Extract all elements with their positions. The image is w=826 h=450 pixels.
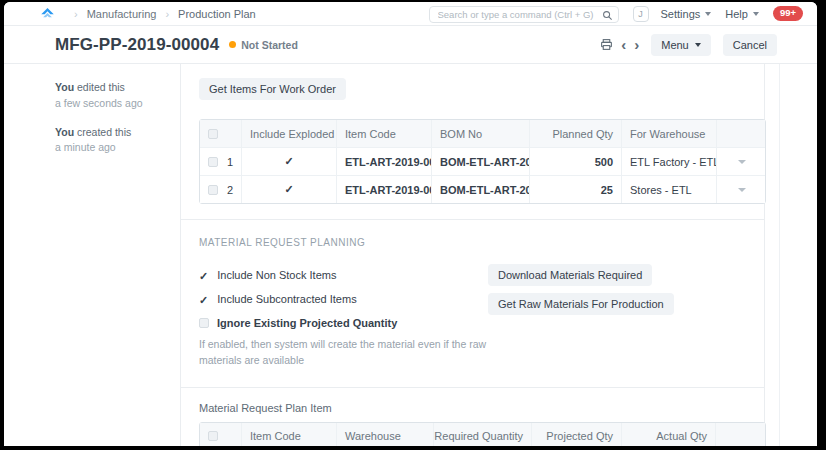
notifications-badge[interactable]: 99+ xyxy=(773,6,803,21)
item-code-cell[interactable]: ETL-ART-2019-00... xyxy=(337,176,432,203)
include-subcontracted-items-checkbox[interactable]: Include Subcontracted Items xyxy=(199,287,488,311)
activity-edited[interactable]: You edited this a few seconds ago xyxy=(55,80,170,112)
row-number: 1 xyxy=(227,156,233,168)
plan-items-table: Item Code Warehouse Required Quantity Pr… xyxy=(199,422,766,447)
row-number: 2 xyxy=(227,184,233,196)
po-items-table: Include Exploded I... Item Code BOM No P… xyxy=(199,119,766,204)
mrp-button-column: Download Materials Required Get Raw Mate… xyxy=(488,263,764,369)
col-bom-no: BOM No xyxy=(432,120,530,147)
section-items: Get Items For Work Order Include Explode… xyxy=(181,64,764,219)
status-text: Not Started xyxy=(241,39,298,51)
menu-button[interactable]: Menu xyxy=(651,34,711,56)
item-code-cell[interactable]: ETL-ART-2019-00... xyxy=(337,148,432,175)
page-body: You edited this a few seconds ago You cr… xyxy=(4,64,817,446)
chevron-down-icon xyxy=(695,43,701,47)
chevron-down-icon xyxy=(705,12,711,16)
checkbox-label: Ignore Existing Projected Quantity xyxy=(217,317,397,329)
page-title: MFG-PP-2019-00004 xyxy=(55,35,219,55)
planned-qty-cell[interactable]: 25 xyxy=(530,176,622,203)
checked-icon xyxy=(199,290,208,308)
activity-action: created this xyxy=(74,126,131,138)
row-expand-icon[interactable] xyxy=(738,188,746,192)
unchecked-checkbox-icon xyxy=(199,318,209,328)
checked-icon xyxy=(199,266,208,284)
breadcrumb-manufacturing[interactable]: Manufacturing xyxy=(87,8,157,20)
get-items-for-work-order-button[interactable]: Get Items For Work Order xyxy=(199,78,346,100)
user-avatar[interactable]: J xyxy=(633,6,649,22)
next-document-icon[interactable]: › xyxy=(634,37,639,52)
row-checkbox[interactable] xyxy=(208,157,218,167)
activity-created[interactable]: You created this a minute ago xyxy=(55,125,170,157)
page-gutter xyxy=(765,64,780,446)
menu-button-label: Menu xyxy=(661,39,689,51)
page-head: MFG-PP-2019-00004 Not Started ‹ › Menu C… xyxy=(4,26,817,64)
select-all-checkbox[interactable] xyxy=(208,129,218,139)
planned-qty-cell[interactable]: 500 xyxy=(530,148,622,175)
ignore-existing-projected-quantity-checkbox[interactable]: Ignore Existing Projected Quantity xyxy=(199,311,488,335)
mrp-checkbox-column: Include Non Stock Items Include Subcontr… xyxy=(199,263,488,369)
activity-time: a minute ago xyxy=(55,140,170,156)
activity-user: You xyxy=(55,126,74,138)
app-window: › Manufacturing › Production Plan J Sett… xyxy=(4,2,817,446)
col-actual-qty: Actual Qty xyxy=(622,423,716,447)
include-non-stock-items-checkbox[interactable]: Include Non Stock Items xyxy=(199,263,488,287)
global-search xyxy=(429,4,619,23)
section-label: MATERIAL REQUEST PLANNING xyxy=(199,237,764,248)
checkbox-label: Include Non Stock Items xyxy=(217,269,336,281)
col-planned-qty: Planned Qty xyxy=(530,120,622,147)
table-row[interactable]: 1 ETL-ART-2019-00... BOM-ETL-ART-201... … xyxy=(200,148,765,176)
page-actions: ‹ › Menu Cancel xyxy=(590,34,777,56)
settings-label: Settings xyxy=(661,8,701,20)
navbar-right: J Settings Help 99+ xyxy=(633,6,804,22)
search-icon xyxy=(602,7,613,25)
section-plan-items: Material Request Plan Item Item Code War… xyxy=(181,388,764,447)
table-header-row: Include Exploded I... Item Code BOM No P… xyxy=(200,120,765,148)
table-header-row: Item Code Warehouse Required Quantity Pr… xyxy=(200,423,765,447)
checked-icon[interactable] xyxy=(284,155,293,168)
checkbox-help-text: If enabled, then system will create the … xyxy=(199,337,488,369)
print-icon[interactable] xyxy=(600,38,613,51)
form-sidebar: You edited this a few seconds ago You cr… xyxy=(4,64,180,446)
navbar: › Manufacturing › Production Plan J Sett… xyxy=(4,2,817,26)
cancel-button[interactable]: Cancel xyxy=(723,34,777,56)
row-checkbox[interactable] xyxy=(208,185,218,195)
table-row[interactable]: 2 ETL-ART-2019-00... BOM-ETL-ART-201... … xyxy=(200,176,765,203)
status-badge: Not Started xyxy=(229,39,298,51)
col-item-code: Item Code xyxy=(242,423,337,447)
bom-no-cell[interactable]: BOM-ETL-ART-201... xyxy=(432,148,530,175)
col-warehouse: Warehouse xyxy=(337,423,434,447)
activity-action: edited this xyxy=(74,81,125,93)
for-warehouse-cell[interactable]: ETL Factory - ETL xyxy=(622,148,717,175)
for-warehouse-cell[interactable]: Stores - ETL xyxy=(622,176,717,203)
col-projected-qty: Projected Qty xyxy=(532,423,622,447)
get-raw-materials-for-production-button[interactable]: Get Raw Materials For Production xyxy=(488,293,674,315)
row-expand-icon[interactable] xyxy=(738,160,746,164)
section-material-request-planning: MATERIAL REQUEST PLANNING Include Non St… xyxy=(181,220,764,387)
settings-menu[interactable]: Settings xyxy=(661,8,712,20)
download-materials-required-button[interactable]: Download Materials Required xyxy=(488,264,652,286)
chevron-down-icon xyxy=(753,12,759,16)
checked-icon[interactable] xyxy=(284,183,293,196)
form-body: Get Items For Work Order Include Explode… xyxy=(180,64,765,446)
bom-no-cell[interactable]: BOM-ETL-ART-201... xyxy=(432,176,530,203)
search-input[interactable] xyxy=(429,6,619,23)
plan-items-label: Material Request Plan Item xyxy=(199,402,764,414)
col-item-code: Item Code xyxy=(337,120,432,147)
scroll-area[interactable] xyxy=(780,64,817,446)
activity-user: You xyxy=(55,81,74,93)
help-menu[interactable]: Help xyxy=(725,8,759,20)
checkbox-label: Include Subcontracted Items xyxy=(217,293,356,305)
col-for-warehouse: For Warehouse xyxy=(622,120,717,147)
col-include-exploded: Include Exploded I... xyxy=(242,120,337,147)
breadcrumb-separator: › xyxy=(165,8,169,20)
status-dot-icon xyxy=(229,41,236,48)
breadcrumb-production-plan[interactable]: Production Plan xyxy=(178,8,256,20)
help-label: Help xyxy=(725,8,748,20)
home-logo-icon[interactable] xyxy=(40,6,55,21)
breadcrumb-separator: › xyxy=(74,8,78,20)
previous-document-icon[interactable]: ‹ xyxy=(621,37,626,52)
select-all-checkbox[interactable] xyxy=(208,431,218,441)
activity-time: a few seconds ago xyxy=(55,96,170,112)
col-required-quantity: Required Quantity xyxy=(434,423,532,447)
